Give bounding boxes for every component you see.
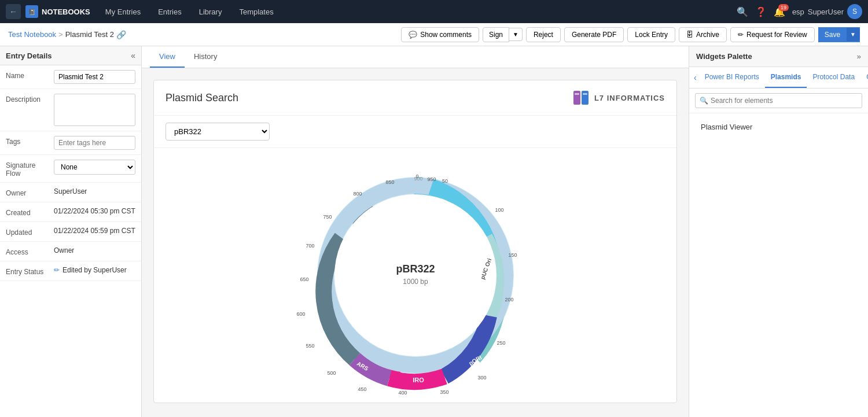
- svg-rect-2: [575, 93, 579, 95]
- main-layout: Entry Details « Name Description Tags Si…: [0, 46, 868, 417]
- edit-icon: ✏: [54, 266, 60, 274]
- created-value: 01/22/2024 05:30 pm CST: [54, 207, 135, 215]
- sign-button[interactable]: Sign: [483, 27, 509, 42]
- search-icon: 🔍: [700, 97, 708, 105]
- collapse-right-panel-button[interactable]: »: [857, 52, 861, 61]
- tags-field-row: Tags: [0, 131, 141, 155]
- tick-850: 850: [385, 179, 394, 185]
- logo-icon-group: [572, 88, 591, 107]
- signature-flow-label: Signature Flow: [6, 160, 49, 178]
- archive-button[interactable]: 🗄 Archive: [679, 27, 727, 42]
- widget-search-input[interactable]: [695, 93, 862, 108]
- tick-750: 750: [323, 214, 332, 220]
- entry-name: Plasmid Test 2: [65, 30, 114, 39]
- show-comments-button[interactable]: 💬 Show comments: [401, 27, 479, 42]
- request-review-button[interactable]: ✏ Request for Review: [730, 27, 815, 42]
- plasmid-bp-text: 1000 bp: [403, 278, 428, 286]
- plasmid-name-text: pBR322: [396, 263, 435, 275]
- l7-logo-svg: [572, 88, 591, 107]
- updated-value: 01/22/2024 05:59 pm CST: [54, 227, 135, 235]
- reject-button[interactable]: Reject: [526, 27, 561, 42]
- nav-tab-templates[interactable]: Templates: [231, 4, 281, 20]
- nav-tabs: My Entries Entries Library Templates: [97, 4, 282, 20]
- widgets-palette-title: Widgets Palette: [696, 52, 752, 61]
- search-wrapper: 🔍: [695, 93, 862, 108]
- nav-tab-my-entries[interactable]: My Entries: [97, 4, 149, 20]
- notebook-link[interactable]: Test Notebook: [8, 30, 56, 39]
- user-avatar: S: [847, 4, 862, 19]
- content-scroll: Plasmid Search L7 INFORMATICS: [142, 68, 689, 417]
- plasmid-diagram: pBR322 1000 bp GFP AmpR pUC Ori ARS: [277, 154, 554, 397]
- tick-200: 200: [505, 297, 513, 302]
- breadcrumb-separator: >: [58, 30, 63, 39]
- tick-250: 250: [496, 340, 505, 346]
- notification-button[interactable]: 🔔 19: [774, 6, 785, 17]
- lock-entry-button[interactable]: Lock Entry: [627, 27, 675, 42]
- left-panel: Entry Details « Name Description Tags Si…: [0, 46, 142, 417]
- nav-tab-entries[interactable]: Entries: [150, 4, 189, 20]
- right-panel: Widgets Palette » ‹ Power BI Reports Pla…: [689, 46, 868, 417]
- plasmid-select[interactable]: pBR322: [165, 123, 270, 141]
- save-button[interactable]: Save: [818, 27, 847, 42]
- entry-status-label: Entry Status: [6, 266, 49, 276]
- breadcrumb-bar: Test Notebook > Plasmid Test 2 🔗 💬 Show …: [0, 23, 868, 46]
- toolbar: 💬 Show comments Sign ▼ Reject Generate P…: [401, 27, 860, 42]
- entry-status-value: ✏ Edited by SuperUser: [54, 266, 127, 274]
- description-label: Description: [6, 94, 49, 104]
- tick-700: 700: [306, 243, 314, 249]
- widget-search-area: 🔍: [689, 88, 868, 113]
- entry-details-header: Entry Details «: [0, 46, 141, 65]
- user-menu[interactable]: esp SuperUser S: [792, 4, 862, 19]
- generate-pdf-button[interactable]: Generate PDF: [564, 27, 624, 42]
- tab-ch[interactable]: Ch: [860, 67, 868, 88]
- plasmid-viewer-widget-item[interactable]: Plasmid Viewer: [695, 118, 862, 136]
- user-initials: esp: [792, 8, 804, 16]
- tick-550: 550: [306, 343, 314, 349]
- access-field-row: Access Owner: [0, 242, 141, 261]
- app-logo: 📓 NOTEBOOKS: [25, 5, 90, 18]
- archive-icon: 🗄: [686, 31, 693, 39]
- help-button[interactable]: ❓: [755, 6, 767, 17]
- tab-view[interactable]: View: [150, 46, 185, 68]
- name-field-row: Name: [0, 65, 141, 89]
- tick-800: 800: [353, 191, 362, 197]
- tab-history[interactable]: History: [185, 46, 226, 68]
- svg-rect-3: [583, 93, 587, 95]
- tick-350: 350: [440, 389, 448, 395]
- review-icon: ✏: [738, 31, 744, 39]
- name-input[interactable]: [54, 70, 135, 84]
- logo-icon: 📓: [25, 5, 38, 18]
- tick-650: 650: [300, 276, 308, 282]
- signature-flow-select[interactable]: None: [54, 160, 135, 175]
- created-label: Created: [6, 207, 49, 217]
- copy-link-icon[interactable]: 🔗: [116, 30, 126, 39]
- entry-status-text: Edited by SuperUser: [62, 266, 127, 274]
- tab-protocol-data[interactable]: Protocol Data: [807, 67, 860, 88]
- collapse-panel-button[interactable]: «: [131, 51, 135, 60]
- tick-500: 500: [327, 370, 336, 376]
- tab-scroll-left[interactable]: ‹: [692, 68, 699, 87]
- nav-tab-library[interactable]: Library: [191, 4, 230, 20]
- tick-150: 150: [508, 252, 517, 258]
- tick-100: 100: [495, 207, 503, 213]
- back-button[interactable]: ←: [6, 4, 21, 19]
- tick-400: 400: [398, 390, 407, 396]
- widget-header: Plasmid Search L7 INFORMATICS: [154, 80, 676, 116]
- access-label: Access: [6, 246, 49, 256]
- sign-arrow[interactable]: ▼: [509, 28, 523, 41]
- description-textarea[interactable]: [54, 94, 135, 126]
- comment-icon: 💬: [409, 31, 417, 39]
- tags-input[interactable]: [54, 136, 135, 150]
- widget-items-list: Plasmid Viewer: [689, 113, 868, 141]
- entry-status-field-row: Entry Status ✏ Edited by SuperUser: [0, 261, 141, 281]
- save-arrow[interactable]: ▼: [847, 28, 860, 41]
- iro-label: IRO: [413, 377, 424, 383]
- logo-text-group: L7 INFORMATICS: [594, 94, 665, 102]
- tab-plasmids[interactable]: Plasmids: [765, 67, 807, 88]
- search-button[interactable]: 🔍: [737, 6, 748, 17]
- tab-power-bi-reports[interactable]: Power BI Reports: [699, 67, 765, 88]
- save-split-button: Save ▼: [818, 27, 860, 42]
- tick-50: 50: [442, 178, 447, 184]
- tick-300: 300: [477, 375, 486, 381]
- widget-controls: pBR322: [154, 116, 676, 148]
